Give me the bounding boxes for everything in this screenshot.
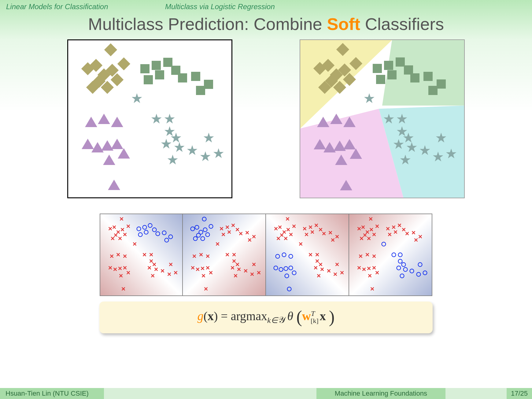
cross-marker: ✕ (313, 265, 318, 271)
diamond-marker (117, 57, 130, 70)
circ-marker (168, 235, 173, 239)
circ-marker (274, 265, 278, 270)
cross-marker: ✕ (289, 232, 293, 237)
circ-marker (275, 254, 280, 259)
star-marker: ★ (150, 112, 162, 126)
cross-marker: ✕ (126, 224, 131, 229)
triangle-marker (317, 117, 329, 127)
star-marker: ★ (199, 150, 211, 163)
cross-marker: ✕ (335, 234, 339, 240)
star-marker: ★ (393, 137, 405, 151)
formula-box: g(x) = argmaxk∈𝒴 θ (wT[k]x) (99, 302, 433, 333)
square-marker (410, 73, 419, 82)
triangle-marker (111, 139, 123, 149)
square-marker (384, 61, 393, 70)
triangle-marker (85, 117, 97, 127)
formula-x2: x (320, 309, 326, 323)
cross-marker: ✕ (375, 224, 379, 229)
circ-marker (403, 267, 408, 272)
header-subtopic: Multiclass via Logistic Regression (165, 2, 526, 11)
cross-marker: ✕ (118, 236, 122, 241)
cross-marker: ✕ (340, 270, 344, 276)
triangle-marker (350, 148, 362, 159)
cross-marker: ✕ (221, 232, 226, 237)
star-marker: ★ (167, 153, 179, 167)
square-marker (373, 64, 382, 73)
cross-marker: ✕ (119, 216, 124, 222)
ova-panel-4: ✕✕✕✕✕✕✕✕✕✕✕✕✕✕✕✕✕✕✕✕✕✕✕✕✕✕✕✕✕✕ (349, 214, 432, 296)
circ-marker (164, 238, 169, 243)
star-marker: ★ (363, 92, 375, 105)
cross-marker: ✕ (233, 273, 238, 279)
cross-marker: ✕ (387, 232, 392, 237)
cross-marker: ✕ (252, 262, 256, 267)
cross-marker: ✕ (190, 265, 195, 271)
footer-page: 17/25 (507, 388, 532, 399)
circ-marker (423, 270, 427, 275)
footer-author: Hsuan-Tien Lin (NTU CSIE) (0, 388, 104, 399)
square-marker (144, 75, 153, 84)
cross-marker: ✕ (238, 231, 243, 236)
square-marker (140, 64, 150, 73)
cross-marker: ✕ (285, 216, 290, 222)
triangle-marker (343, 117, 356, 127)
circ-marker (398, 253, 403, 257)
square-marker (437, 79, 446, 89)
cross-marker: ✕ (119, 273, 123, 279)
cross-marker: ✕ (227, 229, 231, 235)
triangle-marker (330, 114, 342, 124)
cross-marker: ✕ (126, 270, 131, 276)
cross-marker: ✕ (418, 234, 423, 240)
circ-marker (289, 265, 293, 270)
cross-marker: ✕ (109, 254, 114, 259)
cross-marker: ✕ (116, 252, 120, 258)
formula-lp1: ( (204, 309, 208, 323)
cross-marker: ✕ (204, 286, 208, 292)
cross-marker: ✕ (393, 229, 398, 235)
circ-marker (289, 254, 293, 259)
cross-marker: ✕ (320, 267, 324, 272)
square-marker (376, 75, 385, 84)
cross-marker: ✕ (201, 273, 206, 279)
star-marker: ★ (419, 144, 431, 157)
cross-marker: ✕ (328, 230, 333, 236)
cross-marker: ✕ (230, 265, 235, 271)
cross-marker: ✕ (367, 266, 371, 271)
cross-marker: ✕ (370, 286, 375, 292)
star-marker: ★ (131, 92, 143, 105)
cross-marker: ✕ (322, 231, 326, 236)
cross-marker: ✕ (292, 224, 296, 229)
cross-marker: ✕ (252, 234, 256, 240)
circ-marker (284, 274, 289, 278)
cross-marker: ✕ (359, 236, 364, 241)
cross-marker: ✕ (386, 226, 390, 232)
circ-marker (292, 270, 296, 275)
circ-marker (142, 225, 147, 229)
ova-panel-1: ✕✕✕✕✕✕✕✕✕✕✕✕✕✕✕✕✕✕✕✕✕✕✕✕✕✕✕✕✕✕✕✕ (100, 214, 183, 296)
circ-marker (397, 265, 401, 270)
cross-marker: ✕ (192, 254, 197, 259)
ova-panels-row: ✕✕✕✕✕✕✕✕✕✕✕✕✕✕✕✕✕✕✕✕✕✕✕✕✕✕✕✕✕✕✕✕ ✕✕✕✕✕✕✕… (0, 214, 532, 296)
cross-marker: ✕ (168, 262, 173, 267)
circ-marker (391, 253, 396, 257)
cross-marker: ✕ (308, 252, 313, 258)
scatter-plot-raw: ★★★★★★★★★★★★ (67, 39, 232, 198)
cross-marker: ✕ (333, 272, 338, 277)
cross-marker: ✕ (200, 266, 205, 271)
circ-marker (401, 262, 406, 267)
triangle-marker (340, 180, 352, 190)
cross-marker: ✕ (304, 232, 309, 237)
triangle-marker (335, 155, 347, 165)
square-marker (387, 70, 397, 79)
square-marker (152, 61, 161, 70)
square-marker (423, 72, 433, 81)
triangle-marker (111, 117, 123, 127)
scatter-plot-regions: ★★★★★★★★★★★★ (300, 39, 465, 198)
circ-marker (194, 225, 199, 229)
circ-marker (400, 274, 404, 278)
cross-marker: ✕ (250, 272, 254, 277)
circ-marker (282, 253, 286, 257)
circ-marker (193, 236, 198, 241)
circ-marker (136, 226, 141, 231)
cross-marker: ✕ (368, 273, 372, 279)
